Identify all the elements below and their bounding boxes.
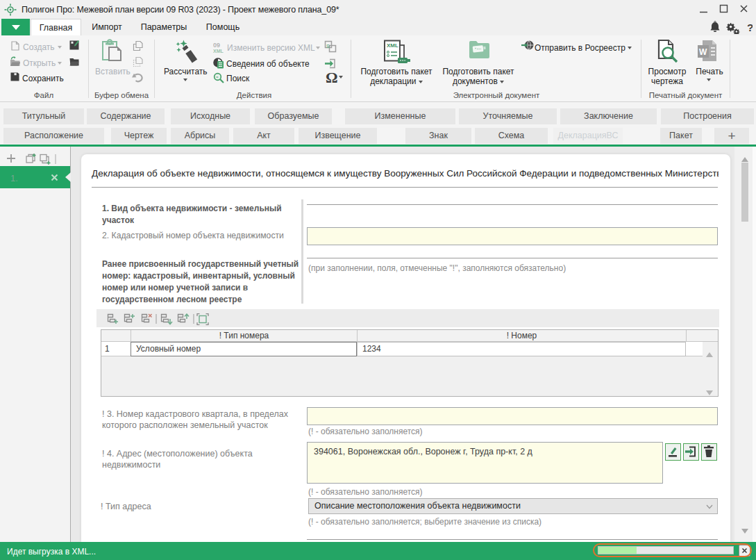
svg-text:S: S <box>326 44 330 49</box>
svg-text:=: = <box>216 75 219 79</box>
svg-text:XML: XML <box>213 49 224 53</box>
svg-text:XML: XML <box>387 42 398 49</box>
svg-text:?: ? <box>747 22 753 33</box>
svg-text:W: W <box>699 47 707 57</box>
svg-text:09: 09 <box>213 42 220 49</box>
